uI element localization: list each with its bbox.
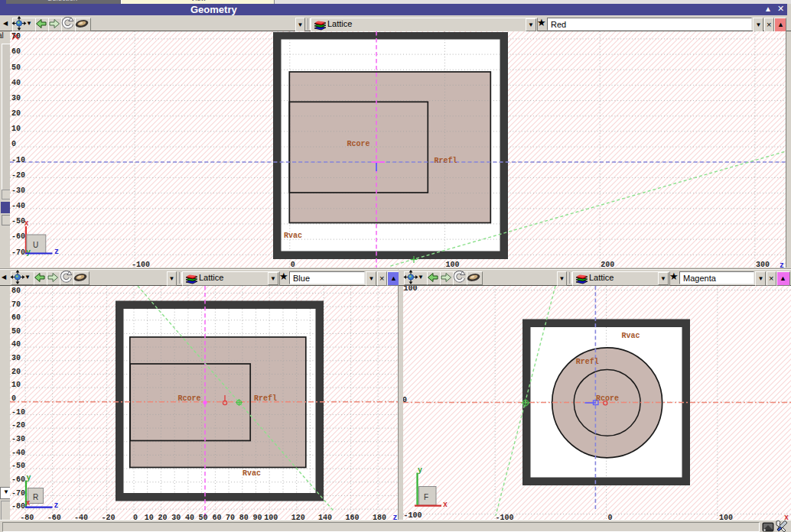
svg-text:20: 20 [11, 367, 21, 375]
svg-text:80: 80 [239, 513, 249, 520]
svg-text:80: 80 [11, 286, 21, 294]
svg-text:-70: -70 [11, 488, 25, 497]
svg-text:x: x [24, 219, 29, 228]
svg-text:-80: -80 [11, 502, 25, 511]
svg-text:60: 60 [212, 513, 221, 520]
svg-text:30: 30 [171, 513, 181, 520]
svg-text:z: z [393, 514, 398, 521]
svg-text:120: 120 [291, 513, 305, 520]
svg-text:70: 70 [11, 300, 21, 308]
svg-text:z: z [54, 501, 59, 510]
svg-text:Rcore: Rcore [177, 394, 200, 402]
svg-text:50: 50 [199, 513, 208, 520]
svg-text:50: 50 [11, 326, 21, 335]
svg-text:140: 140 [318, 513, 332, 520]
svg-text:Rcore: Rcore [596, 394, 619, 402]
svg-text:-10: -10 [11, 156, 25, 164]
svg-text:Rvac: Rvac [621, 331, 640, 339]
svg-text:10: 10 [11, 125, 21, 133]
svg-text:-100: -100 [496, 513, 514, 520]
svg-text:20: 20 [158, 513, 167, 520]
svg-text:y: y [27, 473, 31, 482]
svg-text:x: x [443, 501, 448, 509]
svg-text:-40: -40 [11, 448, 25, 456]
svg-text:160: 160 [346, 513, 360, 520]
svg-text:-20: -20 [11, 421, 25, 430]
svg-text:300: 300 [756, 261, 770, 268]
svg-text:y: y [418, 466, 422, 474]
svg-text:z: z [54, 248, 59, 256]
svg-text:40: 40 [11, 79, 21, 87]
svg-text:Rrefl: Rrefl [434, 157, 457, 165]
svg-text:z: z [780, 261, 784, 268]
svg-text:100: 100 [404, 286, 418, 293]
svg-text:0: 0 [403, 395, 407, 404]
svg-text:40: 40 [185, 513, 194, 520]
svg-text:Rrefl: Rrefl [576, 358, 599, 366]
svg-text:40: 40 [11, 340, 21, 349]
svg-text:U: U [33, 241, 38, 249]
svg-text:-50: -50 [11, 462, 25, 470]
svg-text:-20: -20 [102, 513, 116, 520]
svg-text:30: 30 [11, 354, 21, 362]
svg-text:180: 180 [373, 513, 386, 520]
svg-text:Rvac: Rvac [243, 469, 261, 478]
svg-text:-40: -40 [11, 202, 25, 210]
svg-text:F: F [424, 492, 428, 501]
svg-text:R: R [33, 492, 38, 501]
svg-text:-60: -60 [11, 475, 25, 484]
svg-text:Rcore: Rcore [347, 140, 369, 148]
svg-text:0: 0 [608, 513, 613, 520]
svg-text:-60: -60 [11, 232, 25, 241]
svg-text:30: 30 [11, 94, 21, 102]
svg-text:Rrefl: Rrefl [254, 394, 277, 402]
svg-text:-100: -100 [132, 261, 150, 268]
svg-text:50: 50 [11, 63, 21, 72]
svg-text:0: 0 [133, 513, 138, 520]
svg-text:0: 0 [11, 394, 16, 403]
svg-text:x: x [784, 514, 789, 521]
svg-text:60: 60 [11, 313, 21, 322]
svg-text:-20: -20 [11, 171, 25, 180]
svg-text:200: 200 [601, 261, 614, 268]
svg-text:20: 20 [11, 109, 21, 118]
svg-text:-100: -100 [404, 511, 422, 520]
svg-text:-80: -80 [20, 513, 34, 520]
svg-text:-40: -40 [74, 513, 88, 520]
svg-text:100: 100 [446, 261, 460, 268]
svg-text:0: 0 [11, 140, 16, 148]
svg-text:10: 10 [11, 381, 21, 389]
svg-text:100: 100 [264, 513, 278, 520]
svg-text:-10: -10 [11, 407, 25, 416]
svg-text:100: 100 [719, 513, 733, 520]
svg-text:-30: -30 [11, 435, 25, 443]
svg-text:-30: -30 [11, 187, 25, 195]
svg-text:Rvac: Rvac [284, 232, 302, 240]
svg-text:70: 70 [11, 32, 21, 41]
svg-text:-60: -60 [47, 513, 61, 520]
svg-text:90: 90 [252, 513, 262, 520]
svg-text:x: x [26, 498, 31, 507]
svg-text:0: 0 [291, 261, 295, 268]
svg-text:70: 70 [226, 513, 235, 520]
svg-text:10: 10 [145, 513, 154, 520]
svg-text:-50: -50 [11, 217, 25, 225]
svg-text:60: 60 [11, 47, 21, 56]
svg-text:-70: -70 [11, 248, 25, 257]
